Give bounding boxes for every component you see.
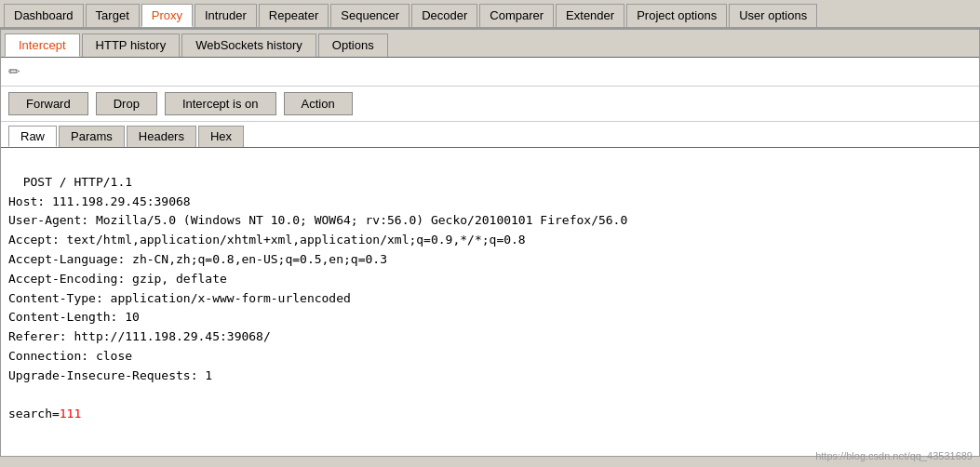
drop-button[interactable]: Drop — [96, 92, 157, 115]
search-param-value: 111 — [60, 407, 81, 420]
sub-tab-intercept[interactable]: Intercept — [5, 33, 80, 57]
sub-tab-http-history[interactable]: HTTP history — [82, 33, 181, 57]
content-tab-hex[interactable]: Hex — [198, 126, 244, 147]
pencil-icon: ✏ — [8, 63, 20, 80]
request-line: ✏ — [1, 58, 979, 87]
top-nav-tab-repeater[interactable]: Repeater — [259, 4, 329, 27]
top-nav-tab-intruder[interactable]: Intruder — [195, 4, 257, 27]
sub-tab-websockets-history[interactable]: WebSockets history — [181, 33, 316, 57]
top-nav-tab-user-options[interactable]: User options — [729, 4, 817, 27]
top-nav-tab-decoder[interactable]: Decoder — [411, 4, 477, 27]
top-nav-tab-dashboard[interactable]: Dashboard — [4, 4, 84, 27]
action-button[interactable]: Action — [284, 92, 353, 115]
content-tab-raw[interactable]: Raw — [8, 126, 57, 147]
sub-tabs: InterceptHTTP historyWebSockets historyO… — [1, 30, 979, 58]
action-buttons-row: ForwardDropIntercept is onAction — [1, 87, 979, 122]
top-nav-tab-sequencer[interactable]: Sequencer — [330, 4, 409, 27]
search-param-line: search=111 — [8, 407, 81, 420]
top-nav-tab-proxy[interactable]: Proxy — [141, 4, 193, 27]
top-nav-tab-extender[interactable]: Extender — [556, 4, 624, 27]
main-content: InterceptHTTP historyWebSockets historyO… — [0, 29, 980, 457]
top-nav-tab-project-options[interactable]: Project options — [626, 4, 727, 27]
content-tab-headers[interactable]: Headers — [127, 126, 196, 147]
content-tabs: RawParamsHeadersHex — [1, 122, 979, 148]
search-param-key: search= — [8, 407, 60, 420]
top-nav-tab-comparer[interactable]: Comparer — [479, 4, 554, 27]
content-tab-params[interactable]: Params — [59, 126, 125, 147]
top-nav-tab-target[interactable]: Target — [86, 4, 140, 27]
watermark: https://blog.csdn.net/qq_43531689 — [815, 450, 973, 457]
intercept-button[interactable]: Intercept is on — [165, 92, 276, 115]
sub-tab-options[interactable]: Options — [318, 33, 388, 57]
forward-button[interactable]: Forward — [8, 92, 88, 115]
top-nav: DashboardTargetProxyIntruderRepeaterSequ… — [0, 0, 980, 29]
request-body: POST / HTTP/1.1 Host: 111.198.29.45:3906… — [1, 148, 979, 430]
